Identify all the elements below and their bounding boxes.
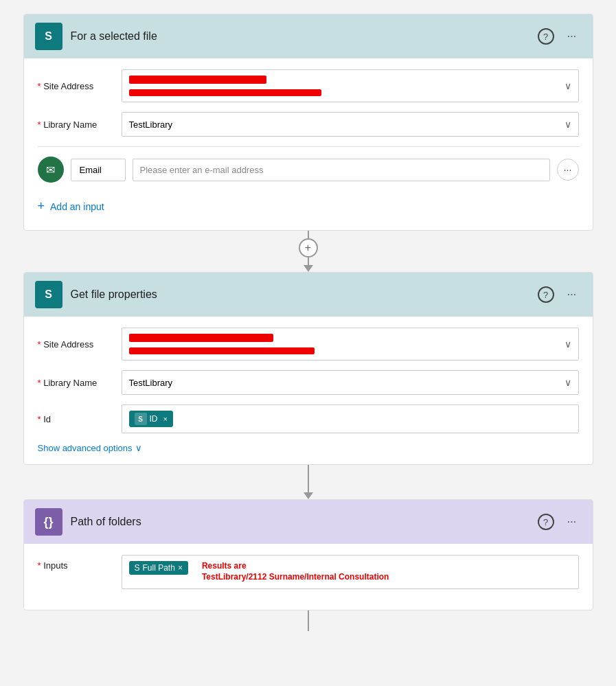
more-options-button-3[interactable]: ···	[562, 512, 582, 531]
connector-2	[304, 465, 313, 499]
redacted-1b	[129, 89, 321, 96]
card-body-2: * Site Address ∨ * Library Name TestLibr…	[24, 317, 593, 464]
site-address-chevron-2[interactable]: ∨	[564, 339, 571, 350]
flow-canvas: S For a selected file ? ··· * Site Addre…	[14, 14, 602, 631]
inputs-label-3: * Inputs	[38, 555, 113, 571]
site-address-row-2: * Site Address ∨	[38, 328, 579, 361]
id-input-2[interactable]: S ID ×	[122, 404, 579, 433]
connector-3	[308, 610, 309, 631]
site-address-label-1: * Site Address	[38, 81, 113, 91]
site-address-input-1[interactable]: ∨	[122, 69, 579, 102]
id-tag-close-2[interactable]: ×	[163, 415, 168, 423]
library-name-row-1: * Library Name TestLibrary ∨	[38, 112, 579, 137]
show-advanced-chevron-2: ∨	[135, 443, 142, 453]
help-button-1[interactable]: ?	[538, 28, 554, 45]
inputs-input-3[interactable]: S Full Path × Results are TestLibrary/21…	[122, 555, 579, 589]
help-button-2[interactable]: ?	[538, 286, 554, 303]
library-chevron-1[interactable]: ∨	[564, 119, 571, 130]
connector-arrow-1	[304, 265, 313, 272]
card-icon-1: S	[35, 23, 62, 50]
id-row-2: * Id S ID ×	[38, 404, 579, 433]
connector-line-1b	[308, 258, 309, 265]
card-header-2: S Get file properties ? ···	[24, 273, 593, 317]
card-header-3: {} Path of folders ? ···	[24, 500, 593, 544]
full-path-tag-icon-3: S	[135, 563, 140, 573]
id-tag-icon-2: S	[135, 413, 147, 425]
result-line1-3: Results are	[202, 561, 389, 571]
site-address-input-2[interactable]: ∨	[122, 328, 579, 361]
email-more-btn-1[interactable]: ···	[557, 159, 579, 181]
card-body-1: * Site Address ∨ * Library Name TestLibr…	[24, 58, 593, 230]
simple-arrow-2	[304, 492, 313, 499]
full-path-tag-3: S Full Path ×	[129, 561, 188, 575]
id-label-2: * Id	[38, 414, 113, 424]
card-title-2: Get file properties	[71, 288, 529, 301]
site-address-chevron-1[interactable]: ∨	[564, 80, 571, 91]
card-body-3: * Inputs S Full Path × Results are TestL…	[24, 544, 593, 610]
card-icon-3: {}	[35, 508, 62, 536]
library-name-label-2: * Library Name	[38, 378, 113, 388]
library-name-input-2[interactable]: TestLibrary ∨	[122, 370, 579, 395]
more-options-button-2[interactable]: ···	[562, 285, 582, 304]
card-icon-2: S	[35, 281, 62, 308]
redacted-1a	[129, 76, 266, 84]
redacted-2b	[129, 347, 315, 354]
card-actions-2: ? ···	[538, 285, 582, 304]
library-chevron-2[interactable]: ∨	[564, 377, 571, 388]
show-advanced-options-2[interactable]: Show advanced options ∨	[38, 443, 579, 453]
divider-1	[38, 146, 579, 147]
email-row-1: ✉ Email Please enter an e-mail address ·…	[38, 157, 579, 183]
more-options-button-1[interactable]: ···	[562, 27, 582, 46]
library-name-row-2: * Library Name TestLibrary ∨	[38, 370, 579, 395]
card-header-1: S For a selected file ? ···	[24, 14, 593, 58]
library-name-input-1[interactable]: TestLibrary ∨	[122, 112, 579, 137]
site-address-row-1: * Site Address ∨	[38, 69, 579, 102]
site-address-label-2: * Site Address	[38, 339, 113, 350]
id-tag-2: S ID ×	[129, 411, 173, 427]
card-title-3: Path of folders	[71, 516, 529, 528]
simple-line-2	[308, 465, 309, 492]
help-button-3[interactable]: ?	[538, 514, 554, 530]
card-actions-3: ? ···	[538, 512, 582, 531]
add-input-plus-icon-1: +	[38, 199, 45, 214]
full-path-tag-close-3[interactable]: ×	[178, 563, 183, 573]
email-icon-1: ✉	[38, 157, 64, 183]
email-label-box-1: Email	[71, 159, 126, 181]
add-input-button-1[interactable]: + Add an input	[38, 194, 104, 219]
redacted-2a	[129, 334, 273, 342]
card-selected-file: S For a selected file ? ··· * Site Addre…	[23, 14, 593, 231]
connector-1: +	[299, 231, 318, 272]
result-line2-3: TestLibrary/2112 Surname/Internal Consul…	[202, 572, 389, 582]
card-actions-1: ? ···	[538, 27, 582, 46]
email-input-1[interactable]: Please enter an e-mail address	[133, 159, 550, 181]
card-path-of-folders: {} Path of folders ? ··· * Inputs	[23, 499, 593, 610]
inputs-row-3: * Inputs S Full Path × Results are TestL…	[38, 555, 579, 589]
card-get-file-properties: S Get file properties ? ··· * Site Addre…	[23, 272, 593, 465]
library-name-label-1: * Library Name	[38, 119, 113, 130]
add-step-button-1[interactable]: +	[299, 238, 318, 258]
card-title-1: For a selected file	[71, 30, 529, 43]
bottom-line	[308, 610, 309, 631]
connector-line-1a	[308, 231, 309, 238]
